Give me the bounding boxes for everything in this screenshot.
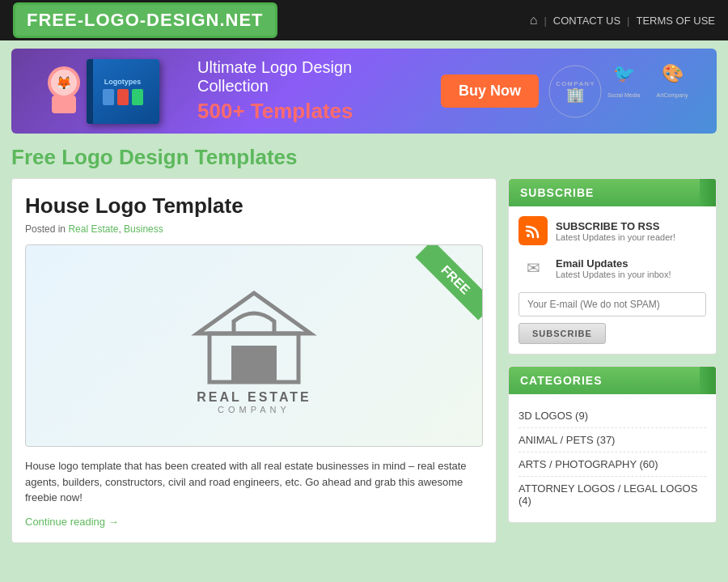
content-layout: House Logo Template Posted in Real Estat… — [11, 178, 717, 543]
svg-rect-14 — [254, 346, 277, 382]
category-link[interactable]: ARTS / PHOTOGRAPHY (60) — [518, 458, 658, 470]
email-icon: ✉ — [518, 253, 548, 283]
category-link[interactable]: ANIMAL / PETS (37) — [518, 434, 615, 446]
page-title: Free Logo Design Templates — [11, 145, 717, 170]
site-header: FREE-LOGO-DESIGN.NET ⌂ | CONTACT US | TE… — [0, 0, 728, 40]
svg-rect-2 — [52, 96, 76, 113]
banner-right-graphics: C·O·M·P·A·N·Y 🏢 🐦 Social Media 🎨 ArtComp… — [539, 55, 717, 128]
banner-book-graphic: Logotypes — [87, 59, 159, 124]
rss-text: SUBSCRIBE TO RSS Latest Updates in your … — [556, 220, 675, 242]
house-logo: REAL ESTATE COMPANY — [181, 277, 327, 414]
list-item: ATTORNEY LOGOS / LEGAL LOGOS (4) — [518, 477, 706, 512]
email-subtitle: Latest Updates in your inbox! — [556, 270, 671, 279]
category-list: 3D LOGOS (9)ANIMAL / PETS (37)ARTS / PHO… — [518, 404, 706, 512]
rss-icon — [518, 216, 548, 245]
list-item: 3D LOGOS (9) — [518, 404, 706, 428]
categories-widget: CATEGORIES 3D LOGOS (9)ANIMAL / PETS (37… — [508, 366, 717, 523]
company-sub: COMPANY — [218, 405, 290, 414]
main-wrapper: Free Logo Design Templates House Logo Te… — [0, 142, 728, 554]
banner-left: 🦊 Logotypes — [11, 59, 189, 124]
buy-now-button[interactable]: Buy Now — [441, 74, 539, 108]
banner-highlight: 500+ — [197, 99, 245, 123]
mascot-icon: 🦊 — [42, 65, 87, 117]
category-link[interactable]: 3D LOGOS (9) — [518, 410, 588, 422]
site-logo[interactable]: FREE-LOGO-DESIGN.NET — [13, 2, 277, 38]
rss-subtitle: Latest Updates in your reader! — [556, 232, 675, 242]
main-content: House Logo Template Posted in Real Estat… — [11, 178, 497, 543]
banner-title: Ultimate Logo Design Collection — [197, 58, 425, 96]
meta-prefix: Posted in — [25, 223, 68, 235]
header-navigation: ⌂ | CONTACT US | TERMS OF USE — [530, 13, 715, 28]
category-real-estate[interactable]: Real Estate — [68, 223, 118, 235]
categories-body: 3D LOGOS (9)ANIMAL / PETS (37)ARTS / PHO… — [509, 394, 716, 522]
email-text: Email Updates Latest Updates in your inb… — [556, 257, 671, 279]
svg-text:ArtCompany: ArtCompany — [657, 92, 688, 99]
free-ribbon: FREE — [416, 244, 483, 320]
categories-header: CATEGORIES — [509, 367, 716, 394]
logo-text: FREE-LOGO-DESIGN.NET — [27, 10, 264, 30]
email-row: ✉ Email Updates Latest Updates in your i… — [518, 253, 706, 283]
subscribe-body: SUBSCRIBE TO RSS Latest Updates in your … — [509, 206, 716, 354]
svg-rect-13 — [231, 346, 254, 382]
svg-text:🐦: 🐦 — [613, 62, 636, 84]
email-title: Email Updates — [556, 257, 629, 270]
svg-text:🎨: 🎨 — [662, 62, 684, 84]
house-svg-graphic — [181, 277, 327, 398]
article-excerpt: House logo template that has been create… — [25, 458, 483, 506]
terms-link[interactable]: TERMS OF USE — [636, 15, 715, 27]
article-meta: Posted in Real Estate, Business — [25, 223, 483, 235]
company-name: REAL ESTATE — [197, 390, 311, 405]
subscribe-button[interactable]: SUBSCRIBE — [518, 323, 606, 344]
promo-banner: 🦊 Logotypes Ultimate Logo Design Collect… — [11, 49, 717, 134]
article-title: House Logo Template — [25, 193, 483, 219]
banner-center: Ultimate Logo Design Collection 500+ Tem… — [189, 58, 425, 124]
list-item: ANIMAL / PETS (37) — [518, 428, 706, 452]
logo-preview-box: FREE REAL ESTATE COMPANY — [25, 244, 483, 447]
svg-text:🏢: 🏢 — [566, 86, 585, 104]
sidebar: SUBSCRIBE SUBSCRIBE TO RSS Lates — [508, 178, 717, 543]
svg-text:🦊: 🦊 — [56, 75, 72, 91]
category-link[interactable]: ATTORNEY LOGOS / LEGAL LOGOS (4) — [518, 482, 697, 507]
subscribe-widget: SUBSCRIBE SUBSCRIBE TO RSS Lates — [508, 178, 717, 355]
svg-text:Social Media: Social Media — [607, 92, 640, 98]
subscribe-header: SUBSCRIBE — [509, 179, 716, 206]
rss-row: SUBSCRIBE TO RSS Latest Updates in your … — [518, 216, 706, 245]
banner-sub-text: Templates — [245, 99, 353, 123]
read-more-link[interactable]: Continue reading → — [25, 516, 119, 528]
banner-logos-icon: C·O·M·P·A·N·Y 🏢 🐦 Social Media 🎨 ArtComp… — [543, 55, 705, 128]
svg-point-15 — [527, 234, 530, 237]
rss-symbol — [525, 223, 541, 239]
rss-title: SUBSCRIBE TO RSS — [556, 220, 659, 232]
list-item: ARTS / PHOTOGRAPHY (60) — [518, 452, 706, 477]
category-business[interactable]: Business — [124, 223, 163, 235]
svg-text:C·O·M·P·A·N·Y: C·O·M·P·A·N·Y — [556, 81, 594, 87]
contact-link[interactable]: CONTACT US — [553, 15, 620, 27]
home-icon[interactable]: ⌂ — [530, 13, 538, 28]
email-input[interactable] — [518, 292, 706, 316]
banner-subtitle: 500+ Templates — [197, 99, 425, 124]
